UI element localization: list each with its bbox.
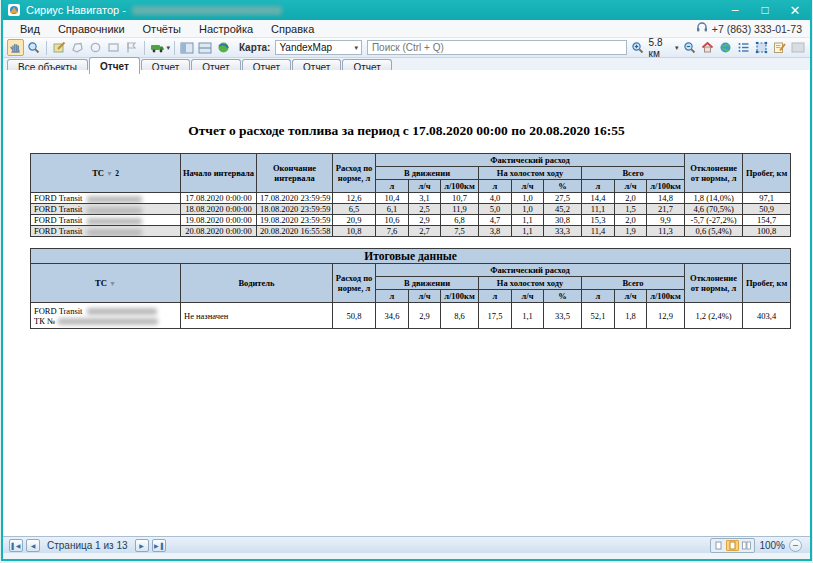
col-header-deviation[interactable]: Отклонение от нормы, л [685,154,743,193]
col-group-actual: Фактический расход [376,264,685,277]
view-mode-fit-button[interactable] [726,540,739,551]
first-page-button[interactable]: ▌◀ [9,539,23,552]
col-header-norm[interactable]: Расход по норме, л [333,264,376,303]
maximize-button[interactable]: □ [750,0,780,20]
unit-l100: л/100км [441,180,479,193]
page-navigator: ▌◀ ◀ Страница 1 из 13 ▶ ▶▐ [9,539,166,552]
map-label: Карта: [239,42,271,53]
search-input[interactable] [367,40,627,55]
panel-layout-button[interactable] [179,39,196,56]
globe-tracking-button[interactable] [215,39,232,56]
page-indicator: Страница 1 из 13 [43,540,132,551]
col-header-norm[interactable]: Расход по норме, л [333,154,376,193]
vehicle-dropdown-caret[interactable]: ▾ [167,44,171,52]
app-logo-icon [7,3,21,17]
prev-page-button[interactable]: ◀ [26,539,40,552]
window-title: Сириус Навигатор - [26,4,126,16]
redacted-plate [87,196,142,203]
list-icon[interactable] [735,39,752,56]
sort-icon: ▼ [109,280,116,288]
edit-map-button[interactable] [51,39,68,56]
unit-l: л [582,290,615,303]
view-mode-single-button[interactable] [712,540,725,551]
col-header-mileage[interactable]: Пробег, км [743,154,791,193]
unit-l100: л/100км [441,290,479,303]
zoom-out-icon[interactable] [681,39,698,56]
unit-lh: л/ч [512,290,544,303]
menu-otchety[interactable]: Отчёты [134,20,190,37]
flag-tool-button[interactable] [123,39,140,56]
title-bar: Сириус Навигатор - – □ ✕ [3,0,810,20]
col-header-driver[interactable]: Водитель [181,264,333,303]
menu-nastroyka[interactable]: Настройка [190,20,262,37]
table-row: FORD Transit ТК № Не назначен 50,834,6 2… [31,303,791,329]
unit-l: л [479,290,512,303]
next-page-button[interactable]: ▶ [135,539,149,552]
status-bar: ▌◀ ◀ Страница 1 из 13 ▶ ▶▐ 100% – [3,536,810,553]
unit-lh: л/ч [409,290,441,303]
map-scale-value: 5.8 км [649,37,673,59]
col-header-deviation[interactable]: Отклонение от нормы, л [685,264,743,303]
col-header-end[interactable]: Окончание интервала [257,154,333,193]
col-group-total: Всего [582,277,685,290]
view-mode-multi-button[interactable] [740,540,753,551]
menu-vid[interactable]: Вид [11,20,49,37]
report-page: Отчет о расходе топлива за период с 17.0… [3,70,810,534]
zoom-tool-button[interactable] [25,39,42,56]
map-scale-control[interactable]: 5.8 км ▾ [649,37,679,59]
image-disabled-icon [789,39,806,56]
home-icon[interactable] [699,39,716,56]
pan-hand-button[interactable] [7,39,24,56]
menu-spravka[interactable]: Справка [262,20,323,37]
unit-lh: л/ч [512,180,544,193]
window-bottom-edge [3,553,810,559]
vehicle-button[interactable] [149,39,166,56]
edit-note-icon[interactable] [771,39,788,56]
support-phone: +7 (863) 333-01-73 [712,23,802,35]
table-row: FORD Transit 17.08.2020 0:00:0017.08.202… [31,193,791,204]
fuel-report-table: ТС ▼ 2 Начало интервала Окончание интерв… [30,153,791,237]
col-header-tc[interactable]: ТС ▼ [31,264,181,303]
redacted-plate [87,218,142,225]
circle-tool-button[interactable] [87,39,104,56]
zoom-out-button[interactable]: – [789,539,802,552]
split-view-button[interactable] [197,39,214,56]
unit-pct: % [544,180,582,193]
unit-lh: л/ч [615,290,647,303]
last-page-button[interactable]: ▶▐ [152,539,166,552]
col-group-idle: На холостом ходу [479,167,582,180]
close-button[interactable]: ✕ [780,0,810,20]
zoom-in-icon[interactable] [629,39,646,56]
unit-l: л [376,290,409,303]
unit-l: л [376,180,409,193]
sort-order-badge: 2 [115,169,119,178]
redacted-tk-number [58,318,158,325]
tab-report-1-active[interactable]: Отчет [89,57,140,74]
unit-lh: л/ч [615,180,647,193]
map-provider-select[interactable]: YandexMap ▾ [275,40,361,55]
col-header-tc[interactable]: ТС ▼ 2 [31,154,181,193]
driver-cell: Не назначен [181,303,333,329]
app-window: Сириус Навигатор - – □ ✕ Вид Справочники… [1,0,812,561]
sort-icon: ▼ [106,170,113,178]
col-header-start[interactable]: Начало интервала [181,154,257,193]
col-header-mileage[interactable]: Пробег, км [743,264,791,303]
polygon-tool-button[interactable] [69,39,86,56]
table-row: FORD Transit 18.08.2020 0:00:0018.08.202… [31,204,791,215]
select-region-icon[interactable] [753,39,770,56]
minimize-button[interactable]: – [720,0,750,20]
chevron-down-icon: ▾ [675,44,679,52]
headset-icon [696,22,708,35]
table-row: FORD Transit 20.08.2020 0:00:0020.08.202… [31,226,791,237]
zoom-controls: 100% – [710,538,802,553]
main-toolbar: ▾ Карта: YandexMap ▾ 5.8 км ▾ [3,38,810,58]
rectangle-tool-button[interactable] [105,39,122,56]
col-group-moving: В движении [376,167,479,180]
menu-spravochniki[interactable]: Справочники [49,20,134,37]
unit-l100: л/100км [647,180,685,193]
totals-title: Итоговые данные [31,249,791,264]
col-group-actual: Фактический расход [376,154,685,167]
globe-icon[interactable] [717,39,734,56]
col-group-idle: На холостом ходу [479,277,582,290]
report-title: Отчет о расходе топлива за период с 17.0… [3,123,810,139]
